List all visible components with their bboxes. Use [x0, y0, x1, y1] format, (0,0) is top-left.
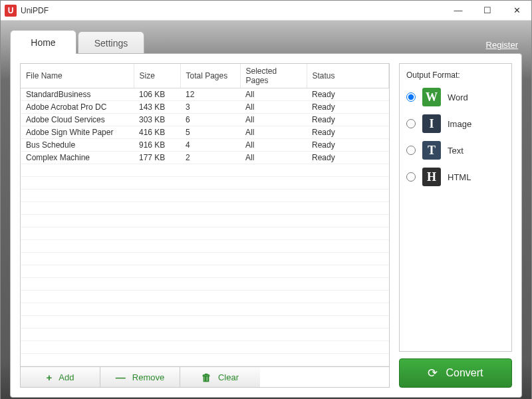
cell-file: Adobe Sign White Paper: [21, 126, 134, 139]
cell-size: 106 KB: [134, 88, 180, 101]
cell-size: 303 KB: [134, 114, 180, 126]
cell-file: Bus Schedule: [21, 139, 134, 152]
tab-settings[interactable]: Settings: [78, 31, 144, 54]
cell-selected: All: [240, 126, 307, 139]
col-size[interactable]: Size: [134, 64, 180, 88]
table-row-empty: [21, 227, 389, 240]
table-row-empty: [21, 240, 389, 253]
format-radio-word[interactable]: [406, 92, 416, 102]
format-option-word[interactable]: W Word: [406, 88, 505, 106]
table-row-empty: [21, 164, 389, 177]
main-chrome: Home Settings Register File Name Size To…: [1, 21, 531, 399]
cell-size: 177 KB: [134, 152, 180, 164]
minus-icon: —: [116, 372, 126, 383]
cell-pages: 2: [180, 152, 240, 164]
cell-file: Adobe Acrobat Pro DC: [21, 101, 134, 114]
cell-status: Ready: [307, 152, 389, 164]
cell-status: Ready: [307, 126, 389, 139]
clear-button[interactable]: 🗑 Clear: [180, 367, 260, 387]
cell-status: Ready: [307, 139, 389, 152]
cell-pages: 3: [180, 101, 240, 114]
table-row[interactable]: Adobe Sign White Paper416 KB5AllReady: [21, 126, 389, 139]
table-row-empty: [21, 341, 389, 354]
remove-button[interactable]: — Remove: [100, 367, 180, 387]
table-row-empty: [21, 303, 389, 316]
table-row-empty: [21, 316, 389, 329]
cell-status: Ready: [307, 101, 389, 114]
cell-pages: 6: [180, 114, 240, 126]
cell-file: StandardBusiness: [21, 88, 134, 101]
col-selected-pages[interactable]: Selected Pages: [240, 64, 307, 88]
word-label: Word: [448, 92, 468, 102]
app-window: U UniPDF — ☐ ✕ Home Settings Register Fi…: [0, 0, 532, 399]
table-row-empty: [21, 253, 389, 265]
word-icon: W: [422, 88, 441, 106]
cell-selected: All: [240, 114, 307, 126]
text-label: Text: [448, 146, 464, 156]
maximize-button[interactable]: ☐: [473, 1, 502, 21]
html-label: HTML: [448, 172, 471, 182]
text-icon: T: [422, 141, 441, 160]
format-option-text[interactable]: T Text: [406, 141, 505, 160]
format-option-image[interactable]: I Image: [406, 114, 505, 133]
table-row[interactable]: Bus Schedule916 KB4AllReady: [21, 139, 389, 152]
register-link[interactable]: Register: [486, 40, 522, 54]
minimize-button[interactable]: —: [444, 1, 473, 21]
title-bar: U UniPDF — ☐ ✕: [1, 1, 531, 21]
col-total-pages[interactable]: Total Pages: [180, 64, 240, 88]
table-row-empty: [21, 190, 389, 202]
cell-pages: 5: [180, 126, 240, 139]
output-panel: Output Format: W Word I Image T T: [399, 63, 512, 388]
convert-button[interactable]: ⟳ Convert: [399, 358, 512, 388]
file-button-bar: + Add — Remove 🗑 Clear: [21, 366, 389, 387]
image-icon: I: [422, 114, 441, 133]
table-row[interactable]: StandardBusiness106 KB12AllReady: [21, 88, 389, 101]
format-radio-image[interactable]: [406, 119, 416, 128]
table-row-empty: [21, 354, 389, 366]
table-row[interactable]: Complex Machine177 KB2AllReady: [21, 152, 389, 164]
cell-pages: 12: [180, 88, 240, 101]
plus-icon: +: [47, 372, 53, 383]
cell-size: 916 KB: [134, 139, 180, 152]
format-radio-html[interactable]: [406, 172, 416, 182]
table-row-empty: [21, 278, 389, 291]
file-list-panel: File Name Size Total Pages Selected Page…: [20, 63, 390, 388]
cell-status: Ready: [307, 114, 389, 126]
content-panel: File Name Size Total Pages Selected Page…: [10, 53, 522, 398]
col-status[interactable]: Status: [307, 64, 389, 88]
format-radio-text[interactable]: [406, 146, 416, 155]
table-row-empty: [21, 215, 389, 227]
table-row-empty: [21, 177, 389, 190]
remove-label: Remove: [132, 372, 164, 382]
convert-label: Convert: [446, 367, 483, 379]
cell-selected: All: [240, 101, 307, 114]
cell-size: 143 KB: [134, 101, 180, 114]
cell-file: Complex Machine: [21, 152, 134, 164]
table-row[interactable]: Adobe Acrobat Pro DC143 KB3AllReady: [21, 101, 389, 114]
cell-selected: All: [240, 152, 307, 164]
table-row-empty: [21, 265, 389, 278]
table-row[interactable]: Adobe Cloud Services303 KB6AllReady: [21, 114, 389, 126]
tabs-row: Home Settings Register: [10, 30, 522, 54]
add-button[interactable]: + Add: [21, 367, 100, 387]
table-row-empty: [21, 202, 389, 215]
col-file-name[interactable]: File Name: [21, 64, 134, 88]
format-option-html[interactable]: H HTML: [406, 168, 505, 186]
output-format-title: Output Format:: [406, 70, 505, 80]
tab-home[interactable]: Home: [10, 30, 76, 54]
app-icon: U: [5, 5, 17, 17]
app-title: UniPDF: [21, 6, 49, 15]
image-label: Image: [448, 119, 471, 129]
cell-size: 416 KB: [134, 126, 180, 139]
close-button[interactable]: ✕: [502, 1, 531, 21]
cell-file: Adobe Cloud Services: [21, 114, 134, 126]
output-format-box: Output Format: W Word I Image T T: [399, 63, 512, 352]
cell-selected: All: [240, 88, 307, 101]
file-table: File Name Size Total Pages Selected Page…: [21, 64, 389, 366]
convert-icon: ⟳: [428, 366, 438, 380]
table-row-empty: [21, 291, 389, 303]
html-icon: H: [422, 168, 441, 186]
table-row-empty: [21, 329, 389, 341]
cell-selected: All: [240, 139, 307, 152]
add-label: Add: [59, 372, 74, 382]
